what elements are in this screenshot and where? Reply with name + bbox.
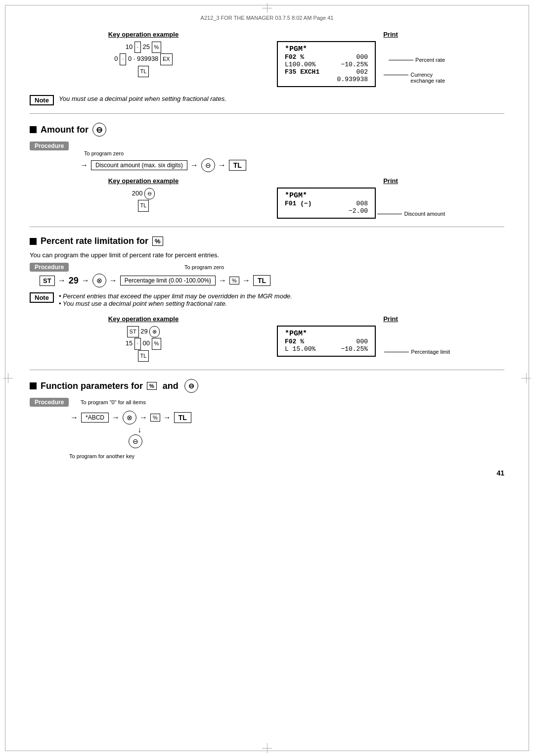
divider-3 [30, 370, 504, 370]
flow-abcd: *ABCD [81, 413, 109, 423]
print-minus-pct2: −10.25% [341, 345, 368, 353]
key-example-percent: ST 29 ⊗ 15 · 00 % TL [30, 326, 257, 362]
section-symbol-percent: % [152, 236, 163, 246]
flow-function-sub2: ⊖ [129, 434, 504, 448]
note-box-1: Note You must use a decimal point when s… [30, 95, 504, 105]
section-body-percent: You can program the upper limit of perce… [30, 251, 504, 259]
to-program-another: To program for another key [69, 453, 504, 459]
key-percent-pct[interactable]: % [152, 338, 162, 350]
key-op-header-amount: Key operation example [30, 177, 257, 185]
annot-exchange-rate: exchange rate [410, 78, 445, 84]
key-15: 15 [126, 339, 133, 347]
arrow-func-2: → [112, 413, 120, 422]
flow-amount: → Discount amount (max. six digits) → ⊖ … [79, 158, 504, 172]
key-dot2[interactable]: · [120, 53, 126, 65]
two-col-percent: Key operation example ST 29 ⊗ 15 · 00 % … [30, 315, 504, 362]
key-dot1[interactable]: · [134, 42, 141, 53]
flow-29: 29 [69, 276, 79, 286]
procedure-badge-percent: Procedure [30, 263, 69, 272]
to-program-zero-amount: To program zero [84, 150, 504, 156]
section-heading-function: Function parameters for % and ⊖ [30, 379, 504, 393]
key-example-top: 10 · 25 % 0 · 0 · 939938 EX TL [30, 41, 257, 77]
print-pgm-top: *PGM* [285, 45, 368, 53]
annot-currency: Currency [410, 72, 445, 78]
key-29-pct: 29 [140, 328, 149, 335]
key-dot-pct[interactable]: · [134, 338, 141, 350]
key-op-header-percent: Key operation example [30, 315, 257, 323]
section-sym1-function: % [147, 382, 157, 390]
flow-pct-limit-box: Percentage limit (0.00 -100.00%) [120, 276, 216, 285]
arrow-5: → [82, 276, 89, 285]
key-10: 10 [126, 43, 133, 50]
procedure-section-amount: Procedure To program zero → Discount amo… [30, 142, 504, 172]
arrow-func-1: → [70, 413, 78, 422]
print-val-amount: −2.00 [349, 207, 368, 215]
print-col-top: Print *PGM* F02 % 000 L100.00% −10.25% F… [277, 31, 504, 87]
arrow-func-4: → [163, 413, 171, 422]
print-box-top: *PGM* F02 % 000 L100.00% −10.25% F35 EXC… [277, 41, 376, 87]
print-000-pct: 000 [356, 338, 368, 345]
key-op-header: Key operation example [30, 31, 257, 38]
divider-1 [30, 113, 504, 114]
note-label-1: Note [30, 95, 54, 105]
page-number: 41 [30, 469, 504, 477]
key-op-col-amount: Key operation example 200 ⊖ TL [30, 177, 257, 219]
print-minus-pct: −10.25% [341, 61, 368, 68]
flow-function-main: → *ABCD → ⊗ → % → TL [69, 411, 504, 425]
arrow-4: → [58, 276, 66, 285]
procedure-badge-function: Procedure [30, 398, 69, 407]
section-heading-percent: Percent rate limitation for % [30, 236, 504, 246]
key-op-col-percent: Key operation example ST 29 ⊗ 15 · 00 % … [30, 315, 257, 362]
annot-percent-rate: Percent rate [415, 57, 445, 63]
to-program-zero-percent: To program zero [184, 264, 224, 270]
key-x-circle-pct[interactable]: ⊗ [149, 326, 160, 338]
key-percent[interactable]: % [152, 42, 162, 53]
black-square-1 [30, 126, 37, 133]
flow-st: ST [40, 276, 55, 286]
flow-tl-percent: TL [253, 275, 270, 286]
flow-tl-func: TL [174, 412, 191, 423]
key-st-pct[interactable]: ST [127, 326, 139, 338]
print-l100: L100.00% [285, 61, 315, 68]
flow-x-circle-percent: ⊗ [92, 274, 106, 287]
key-tl-pct[interactable]: TL [138, 350, 149, 362]
key-00: 00 [142, 339, 151, 347]
section-title-percent: Percent rate limitation for [41, 236, 148, 246]
print-008: 008 [356, 200, 368, 207]
arrow-func-3: → [139, 413, 147, 422]
print-col-percent: Print *PGM* F02 % 000 L 15.00% −10.25% P… [277, 315, 504, 362]
arrow-7: → [219, 276, 226, 285]
print-col-amount: Print *PGM* F01 (−) 008 −2.00 Discount a… [277, 177, 504, 219]
print-pgm-amount: *PGM* [285, 191, 368, 200]
section-and: and [163, 381, 178, 391]
arrow-2: → [190, 161, 198, 170]
flow-percent: ST → 29 → ⊗ → Percentage limit (0.00 -10… [40, 274, 504, 287]
arrow-1: → [80, 161, 88, 170]
note-text-1: You must use a decimal point when settin… [59, 95, 226, 102]
divider-2 [30, 227, 504, 227]
arrow-8: → [242, 276, 250, 285]
key-minus-circle[interactable]: ⊖ [144, 188, 155, 200]
key-tl-amount[interactable]: TL [138, 200, 149, 212]
black-square-3 [30, 382, 37, 389]
key-25: 25 [142, 43, 149, 50]
section-heading-amount: Amount for ⊖ [30, 123, 504, 137]
flow-minus-func: ⊖ [129, 434, 142, 448]
note-box-2: Note • Percent entries that exceed the u… [30, 292, 504, 307]
annot-discount: Discount amount [404, 211, 445, 217]
flow-pct-key[interactable]: % [229, 277, 239, 284]
section-title-amount: Amount for [41, 125, 89, 135]
print-l15: L 15.00% [285, 345, 315, 353]
print-000-top: 000 [356, 53, 368, 61]
print-box-percent: *PGM* F02 % 000 L 15.00% −10.25% [277, 326, 376, 357]
flow-x-circle-func: ⊗ [123, 411, 136, 425]
arrow-6: → [109, 276, 117, 285]
two-col-amount: Key operation example 200 ⊖ TL Print *PG… [30, 177, 504, 219]
flow-tl-amount: TL [229, 160, 246, 171]
key-ex[interactable]: EX [160, 53, 173, 65]
print-f02-pct: F02 % [285, 338, 304, 345]
key-tl-top[interactable]: TL [138, 66, 149, 78]
key-200: 200 [132, 189, 143, 197]
section-sym2-function: ⊖ [184, 379, 198, 393]
flow-pct-func[interactable]: % [150, 414, 160, 422]
